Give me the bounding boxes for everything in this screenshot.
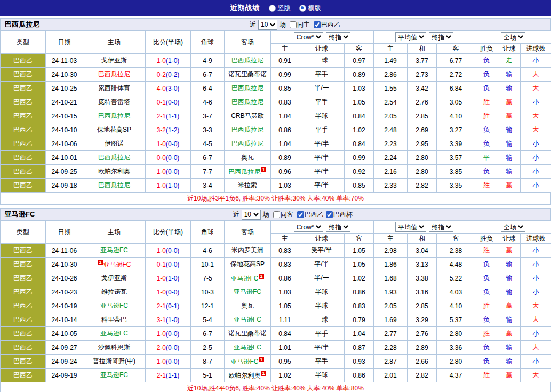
same-venue-checkbox[interactable] (290, 21, 297, 28)
score-cell: 1-0(1-0) (146, 271, 191, 285)
filter-near-label: 近 (233, 210, 239, 219)
league-label: 巴西乙 (305, 210, 324, 219)
score-cell: 0-0(0-0) (146, 151, 191, 165)
goals-result-cell: 小 (521, 165, 551, 179)
league-filter[interactable]: 巴西乙 (312, 20, 340, 29)
asia-home-odds-cell: 1.04 (271, 109, 299, 123)
halftime-score: (1-2) (166, 126, 179, 134)
halftime-score: (1-0) (166, 182, 179, 189)
asia-home-odds-cell: 1.03 (271, 285, 299, 299)
wdl-result-cell: 负 (475, 285, 498, 299)
wdl-result-cell: 胜 (475, 369, 498, 382)
away-team-cell: 巴西瓜拉尼 (225, 54, 271, 68)
red-card-badge: 1 (259, 357, 263, 362)
euro-home-odds-cell: 2.16 (374, 165, 408, 179)
match-date-cell: 24-10-30 (46, 258, 83, 271)
goals-result-cell: 小 (521, 95, 551, 109)
col-header-euro-draw: 和 (408, 234, 437, 244)
league-checkbox[interactable] (326, 211, 333, 218)
layout-option-vertical[interactable]: 竖版 (269, 4, 291, 13)
wdl-result-cell: 负 (475, 355, 498, 369)
asia-odds-time-select[interactable]: 终指 (326, 222, 350, 232)
radio-horizontal-icon[interactable] (299, 5, 306, 12)
match-count-select[interactable]: 10 (242, 210, 261, 220)
bookmaker-select[interactable]: Crow* (294, 222, 323, 232)
bookmaker-select[interactable]: Crow* (294, 32, 323, 42)
asia-odds-time-select[interactable]: 终指 (326, 32, 350, 42)
asia-home-odds-cell: 1.03 (271, 179, 299, 193)
corners-cell: 8-7 (191, 355, 225, 369)
corners-cell: 5-1 (191, 369, 225, 382)
europe-odds-group-header: 平均值 终指 (374, 31, 475, 44)
col-header-wdl: 胜负 (475, 44, 498, 54)
halftime-score: (0-0) (166, 358, 179, 365)
result-scope-select[interactable]: 全场 (501, 32, 525, 42)
league-filter[interactable]: 巴西乙 (295, 210, 324, 219)
match-date-cell: 24-09-25 (46, 165, 83, 179)
europe-odds-time-select[interactable]: 终指 (429, 222, 453, 232)
handicap-result-cell: 赢 (498, 299, 521, 313)
average-select[interactable]: 平均值 (395, 32, 426, 42)
wdl-result-cell: 胜 (475, 327, 498, 341)
col-header-euro-away: 客 (437, 44, 475, 54)
red-card-badge: 1 (98, 260, 102, 265)
corners-cell: 5-4 (191, 313, 225, 327)
euro-draw-odds-cell: 2.73 (408, 68, 437, 82)
corners-cell: 3-3 (191, 123, 225, 137)
corners-cell: 6-7 (191, 327, 225, 341)
fulltime-score: 1-0 (157, 275, 166, 282)
home-team-name: 戈伊亚斯 (101, 57, 127, 64)
away-team-cell: 巴西瓜拉尼1 (225, 165, 271, 179)
sections-container: 巴西瓜拉尼 近 10 场 同主 巴西乙 类型 (0, 18, 551, 392)
section-header-bar: 巴西瓜拉尼 近 10 场 同主 巴西乙 (0, 18, 551, 30)
away-team-name: 巴西瓜拉尼 (231, 140, 263, 147)
match-date-cell: 24-10-01 (46, 151, 83, 165)
fulltime-score: 2-1 (157, 113, 166, 120)
asia-handicap-cell: 半球 (299, 369, 345, 382)
euro-home-odds-cell: 2.98 (374, 244, 408, 258)
average-select[interactable]: 平均值 (395, 222, 426, 232)
fulltime-score: 1-0 (157, 247, 166, 254)
home-team-cell: 1亚马逊FC (83, 258, 146, 271)
league-filter[interactable]: 巴西杯 (324, 210, 353, 219)
match-date-cell: 24-09-19 (46, 369, 83, 382)
home-team-name: 维拉诺瓦 (101, 288, 127, 295)
euro-home-odds-cell: 2.87 (374, 355, 408, 369)
away-team-name: 米内罗美洲 (231, 246, 263, 254)
euro-draw-odds-cell: 2.95 (408, 137, 437, 151)
col-header-score: 比分(半场) (146, 31, 191, 54)
asia-odds-group-header: Crow* 终指 (271, 221, 374, 234)
result-scope-select[interactable]: 全场 (501, 222, 525, 232)
same-venue-filter[interactable]: 同客 (271, 210, 293, 219)
asia-handicap-cell: 受平/半 (299, 244, 345, 258)
layout-option-horizontal[interactable]: 横版 (299, 4, 321, 13)
asia-away-odds-cell: 0.84 (345, 137, 374, 151)
home-team-cell: 戈伊亚斯 (83, 54, 146, 68)
goals-result-cell: 小 (521, 271, 551, 285)
away-team-cell: 亚马逊FC (225, 313, 271, 327)
home-team-name: 巴西瓜拉尼 (98, 112, 130, 119)
page-title: 近期战绩 (230, 3, 260, 13)
radio-vertical-icon[interactable] (269, 5, 276, 12)
handicap-result-cell: 赢 (498, 179, 521, 193)
match-row: 巴西乙24-10-301亚马逊FC0-1(0-0)10-1保地花高SP0.83平… (1, 258, 551, 271)
league-filters: 巴西乙巴西杯 (295, 210, 353, 219)
league-checkbox[interactable] (297, 211, 304, 218)
euro-home-odds-cell: 2.48 (374, 123, 408, 137)
halftime-score: (0-2) (166, 71, 179, 78)
away-team-name: 巴西瓜拉尼 (231, 84, 263, 92)
league-filters: 巴西乙 (312, 20, 340, 29)
fulltime-score: 4-0 (157, 85, 166, 92)
same-venue-filter[interactable]: 同主 (288, 20, 310, 29)
same-venue-checkbox[interactable] (273, 211, 280, 218)
asia-handicap-cell: 平/半 (299, 151, 345, 165)
match-date-cell: 24-10-19 (46, 299, 83, 313)
corners-cell: 3-4 (191, 179, 225, 193)
europe-odds-time-select[interactable]: 终指 (429, 32, 453, 42)
league-checkbox[interactable] (314, 21, 321, 28)
match-count-select[interactable]: 10 (258, 20, 277, 30)
asia-away-odds-cell: 1.02 (345, 123, 374, 137)
col-header-home: 主场 (83, 31, 146, 54)
result-scope-group-header: 全场 (475, 31, 551, 44)
handicap-result-cell: 输 (498, 123, 521, 137)
